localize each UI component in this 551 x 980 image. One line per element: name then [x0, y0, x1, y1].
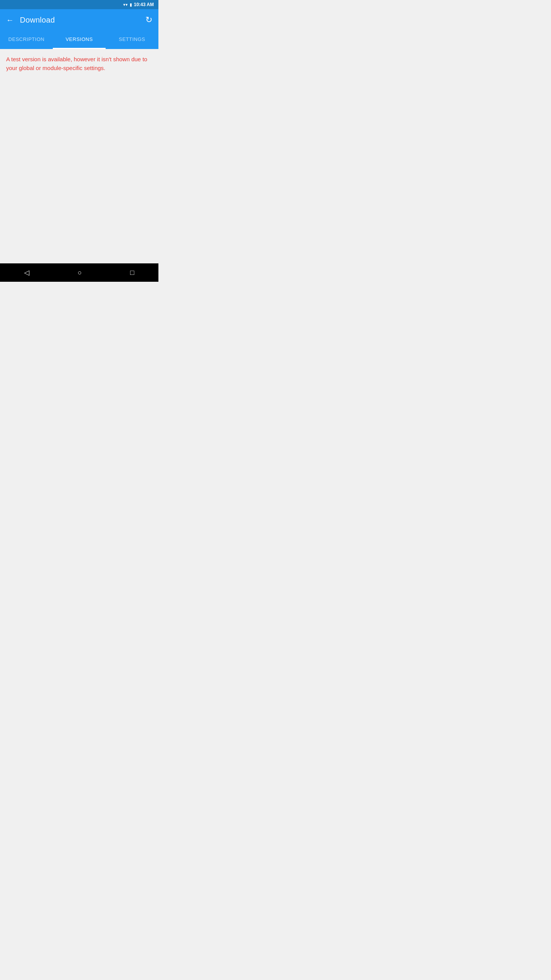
- status-bar: ▾▾ ▮ 10:43 AM: [0, 0, 158, 9]
- nav-home-button[interactable]: ○: [68, 266, 91, 280]
- tab-versions[interactable]: VERSIONS: [53, 31, 106, 49]
- page-title: Download: [20, 16, 142, 24]
- bottom-nav: ◁ ○ □: [0, 263, 158, 282]
- app-header: ← Download ↻: [0, 9, 158, 31]
- nav-recents-button[interactable]: □: [121, 266, 143, 280]
- tab-bar: DESCRIPTION VERSIONS SETTINGS: [0, 31, 158, 49]
- battery-icon: ▮: [130, 2, 132, 7]
- back-button[interactable]: ←: [3, 13, 17, 28]
- wifi-icon: ▾▾: [123, 2, 128, 7]
- tab-description[interactable]: DESCRIPTION: [0, 31, 53, 49]
- content-area: A test version is available, however it …: [0, 49, 158, 263]
- version-message: A test version is available, however it …: [6, 55, 152, 72]
- refresh-button[interactable]: ↻: [142, 12, 155, 28]
- status-time: 10:43 AM: [134, 2, 154, 7]
- nav-back-button[interactable]: ◁: [15, 265, 39, 280]
- tab-settings[interactable]: SETTINGS: [106, 31, 158, 49]
- status-icons: ▾▾ ▮ 10:43 AM: [123, 2, 154, 7]
